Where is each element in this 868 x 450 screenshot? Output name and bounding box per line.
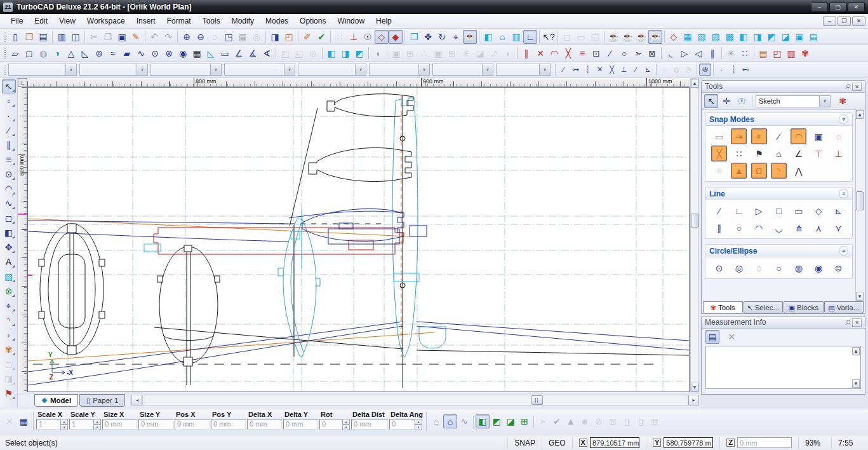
toolbar-grip[interactable]: [4, 31, 6, 43]
pan-view-button[interactable]: ✥: [421, 30, 435, 44]
globe-button[interactable]: ☉: [735, 94, 749, 108]
menu-options[interactable]: Options: [294, 15, 331, 27]
perp-snap-button[interactable]: ⊾: [642, 64, 654, 76]
toolbar-grip[interactable]: [4, 64, 6, 76]
loft-button[interactable]: ≈: [106, 46, 120, 60]
box-circle-button[interactable]: ⊠: [645, 46, 659, 60]
menu-insert[interactable]: Insert: [131, 15, 161, 27]
horizontal-scroll-thumb[interactable]: [531, 395, 543, 405]
spinner[interactable]: ▴▾: [60, 419, 68, 430]
angle-3d-2-button[interactable]: ∢: [260, 46, 274, 60]
scroll-up-button[interactable]: ▲: [856, 110, 864, 119]
spell-check-button[interactable]: ✔: [314, 30, 328, 44]
image-button[interactable]: ▧: [2, 269, 16, 283]
circle-tangent-line-button[interactable]: ◍: [791, 260, 806, 276]
snap-arc-center-button[interactable]: ◠: [791, 128, 806, 144]
scroll-down-button[interactable]: ▼: [856, 292, 864, 301]
chevron-down-icon[interactable]: ▾: [355, 64, 366, 75]
walk-view-button[interactable]: ⌖: [449, 30, 463, 44]
boolean-subtract-button[interactable]: ◨: [338, 46, 352, 60]
hatch-edit-button[interactable]: ∥: [705, 46, 719, 60]
view-workplane-button[interactable]: ◧: [476, 414, 490, 428]
trim-double-button[interactable]: ∥: [519, 46, 533, 60]
scroll-down-button[interactable]: ▼: [852, 379, 860, 388]
property-combo-6[interactable]: ▾: [369, 64, 430, 76]
snap-tangent-button[interactable]: ∠: [791, 146, 806, 161]
field-value[interactable]: 1: [36, 419, 60, 430]
copy-image-red-button[interactable]: ◰: [770, 46, 784, 60]
chevron-down-icon[interactable]: ▾: [418, 64, 429, 75]
view-right-button[interactable]: ▩: [723, 30, 737, 44]
line-irregular-polygon-button[interactable]: ▷: [751, 203, 767, 219]
palette-tab-tools[interactable]: ✾Tools: [703, 301, 743, 314]
print-button[interactable]: ▥: [55, 30, 69, 44]
snap-tangent-arc-button[interactable]: ◝: [771, 163, 787, 179]
cross-snap-button[interactable]: ✕: [594, 64, 606, 76]
measure-list-button[interactable]: ▤: [705, 330, 719, 344]
render-wire-button[interactable]: ☕: [634, 30, 648, 44]
menu-tools[interactable]: Tools: [197, 15, 226, 27]
box-3d-button[interactable]: ◻: [2, 211, 16, 225]
prism-button[interactable]: ◺: [78, 46, 92, 60]
render-quality-button[interactable]: ☕: [620, 30, 634, 44]
view-left-button[interactable]: ▨: [709, 30, 723, 44]
view-front-button[interactable]: ▦: [681, 30, 695, 44]
cylinder-slice-button[interactable]: ⊚: [92, 46, 106, 60]
pin-icon[interactable]: ⚲: [843, 318, 853, 327]
render-view-button[interactable]: ☕: [463, 30, 477, 44]
field-value[interactable]: 0 mm: [351, 419, 388, 430]
canvas-horizontal-scrollbar[interactable]: [142, 395, 688, 406]
scroll-up-button[interactable]: ▲: [852, 347, 860, 355]
snap-nearest-button[interactable]: ⇥: [731, 128, 747, 144]
workplane-by-facet-button[interactable]: ⊞: [517, 414, 531, 428]
vertex-snap-button[interactable]: ┆: [582, 64, 594, 76]
ellipse-button[interactable]: ⊜: [831, 260, 846, 276]
circle-tangent-entities-button[interactable]: ◉: [811, 260, 827, 276]
mouse-options-button[interactable]: ☉: [361, 30, 375, 44]
boolean-union-button[interactable]: ◧: [324, 46, 338, 60]
line-polyline-button[interactable]: ∟: [731, 203, 747, 219]
offset-lines-button[interactable]: ≡: [575, 46, 589, 60]
cone-button[interactable]: △: [64, 46, 78, 60]
circle-two-point-button[interactable]: ◌: [751, 260, 767, 276]
paste-button[interactable]: ▣: [115, 30, 129, 44]
box-3d-button[interactable]: ▱: [8, 46, 22, 60]
line-single-button[interactable]: ∕: [711, 203, 727, 219]
scroll-up-button[interactable]: ▲: [691, 79, 698, 88]
field-value[interactable]: 0 mm: [102, 419, 137, 430]
line-multiline-button[interactable]: ⋏: [811, 220, 827, 236]
collapse-chevron-icon[interactable]: «: [839, 189, 848, 198]
edge-snap-button[interactable]: ∕: [558, 64, 570, 76]
snap-opposite-button[interactable]: Ω: [751, 163, 767, 179]
property-combo-5[interactable]: ▾: [298, 64, 366, 76]
disc-button[interactable]: ◉: [176, 46, 190, 60]
spinner[interactable]: ▴▾: [342, 419, 350, 430]
angle-3d-button[interactable]: ∡: [246, 46, 260, 60]
palette-tab-selec[interactable]: ↖Selec...: [744, 301, 784, 314]
spinner[interactable]: ▴▾: [93, 419, 101, 430]
environment-editor-button[interactable]: ⌂: [495, 30, 509, 44]
circle-trim-button[interactable]: ○: [617, 46, 631, 60]
vertical-scroll-thumb[interactable]: [691, 214, 698, 228]
render-full-button[interactable]: ☕: [648, 30, 662, 44]
workplane-by-entity-button[interactable]: ◪: [504, 414, 517, 428]
polygon-edit-button[interactable]: ▷: [678, 46, 691, 60]
mdi-close-button[interactable]: ✕: [852, 17, 865, 26]
snap-intersection-button[interactable]: ╳: [711, 146, 727, 161]
bend-tool-button[interactable]: ∿: [457, 414, 471, 428]
field-value[interactable]: 0 mm: [175, 419, 210, 430]
corner-round-button[interactable]: ◟: [664, 46, 678, 60]
line-button[interactable]: ∕: [2, 123, 16, 137]
field-value[interactable]: 0 mm: [211, 419, 246, 430]
menu-window[interactable]: Window: [331, 15, 370, 27]
polygon-move-button[interactable]: ◁: [691, 46, 705, 60]
coordinate-axes-button[interactable]: ⊥: [347, 30, 361, 44]
save-file-button[interactable]: ▤: [36, 30, 50, 44]
snap-none-button[interactable]: ▭: [711, 128, 727, 144]
palette-tab-varia[interactable]: ▤Varia...: [824, 301, 864, 314]
point-c-button[interactable]: ⊷: [740, 64, 752, 76]
surface-button[interactable]: ◗: [2, 328, 16, 342]
eraser-button[interactable]: ✐: [300, 30, 314, 44]
move-button[interactable]: ✥: [2, 240, 16, 254]
circle-center-radius-button[interactable]: ⊙: [711, 260, 727, 276]
